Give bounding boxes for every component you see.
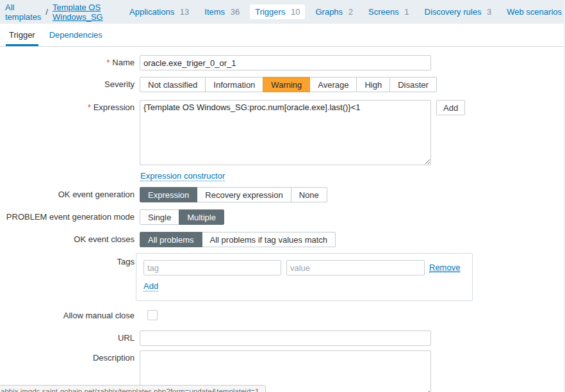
url-label: URL [0, 331, 135, 346]
ok-gen-recovery-expression-button[interactable]: Recovery expression [197, 187, 291, 202]
problem-mode-single-button[interactable]: Single [140, 209, 179, 225]
ok-event-closes-segmented-control: All problems All problems if tag values … [140, 232, 336, 247]
allow-manual-close-row: Allow manual close [0, 310, 158, 321]
severity-segmented-control: Not classified Information Warning Avera… [140, 77, 437, 92]
template-nav-bar: All templates / Template OS Windows_SG A… [0, 0, 565, 24]
tag-row: Remove [143, 260, 465, 275]
url-input[interactable] [140, 331, 431, 346]
allow-manual-close-label: Allow manual close [0, 310, 135, 321]
nav-item-screens[interactable]: Screens 1 [368, 7, 409, 17]
breadcrumb-separator: / [45, 7, 48, 17]
problem-mode-multiple-button[interactable]: Multiple [179, 209, 224, 225]
nav-item-triggers[interactable]: Triggers 10 [250, 4, 305, 19]
required-asterisk: * [106, 58, 110, 67]
severity-high-button[interactable]: High [356, 77, 390, 92]
trigger-tab-bar: Trigger Dependencies [0, 24, 565, 47]
closes-all-problems-button[interactable]: All problems [140, 232, 202, 247]
nav-item-graphs[interactable]: Graphs 2 [315, 7, 353, 17]
expression-textarea[interactable]: {Template OS Windows_SG:proc.num[oracle.… [140, 100, 431, 165]
nav-item-web-scenarios[interactable]: Web scenarios [507, 7, 565, 17]
expression-row: *Expression {Template OS Windows_SG:proc… [0, 100, 465, 165]
tag-value-input[interactable] [286, 260, 425, 275]
items-count: 36 [231, 7, 240, 17]
tag-remove-link[interactable]: Remove [429, 263, 460, 273]
allow-manual-close-checkbox[interactable] [147, 310, 158, 320]
problem-event-mode-segmented-control: Single Multiple [140, 209, 224, 225]
severity-label: Severity [0, 77, 135, 92]
tags-label: Tags [0, 257, 135, 266]
ok-event-closes-label: OK event closes [0, 232, 135, 247]
problem-event-mode-label: PROBLEM event generation mode [0, 209, 135, 225]
expression-label: *Expression [0, 100, 135, 115]
severity-not-classified-button[interactable]: Not classified [140, 77, 206, 92]
tab-trigger[interactable]: Trigger [6, 24, 38, 46]
expression-constructor-row: Expression constructor [140, 171, 225, 181]
name-label: *Name [0, 55, 135, 70]
ok-event-generation-segmented-control: Expression Recovery expression None [140, 187, 327, 202]
ok-event-closes-row: OK event closes All problems All problem… [0, 232, 336, 247]
tags-fieldset: Remove Add [136, 253, 473, 301]
tag-add-link[interactable]: Add [143, 281, 158, 291]
tab-dependencies[interactable]: Dependencies [46, 24, 106, 46]
browser-status-bar: abbix.imgdc.saint-gobain.net/zabbix/temp… [0, 385, 266, 392]
applications-count: 13 [180, 7, 189, 17]
breadcrumb-all-templates-link[interactable]: All templates [5, 3, 41, 22]
description-label: Description [0, 350, 135, 366]
zabbix-trigger-config-page: All templates / Template OS Windows_SG A… [0, 0, 565, 392]
severity-information-button[interactable]: Information [205, 77, 263, 92]
ok-gen-none-button[interactable]: None [291, 187, 327, 202]
url-row: URL [0, 331, 431, 346]
name-row: *Name [0, 55, 431, 70]
closes-all-problems-tag-match-button[interactable]: All problems if tag values match [202, 232, 336, 247]
expression-add-button[interactable]: Add [436, 100, 465, 115]
discovery-rules-count: 3 [487, 7, 491, 17]
graphs-count: 2 [348, 7, 353, 17]
expression-constructor-link[interactable]: Expression constructor [140, 171, 225, 181]
nav-item-items[interactable]: Items 36 [204, 7, 240, 17]
breadcrumb-template-link[interactable]: Template OS Windows_SG [53, 3, 114, 22]
nav-item-discovery-rules[interactable]: Discovery rules 3 [425, 7, 492, 17]
nav-item-applications[interactable]: Applications 13 [129, 7, 189, 17]
severity-disaster-button[interactable]: Disaster [389, 77, 437, 92]
severity-row: Severity Not classified Information Warn… [0, 77, 437, 92]
triggers-count: 10 [291, 7, 300, 17]
problem-event-mode-row: PROBLEM event generation mode Single Mul… [0, 209, 224, 225]
screens-count: 1 [404, 7, 409, 17]
severity-average-button[interactable]: Average [309, 77, 357, 92]
tag-name-input[interactable] [143, 260, 281, 275]
severity-warning-button[interactable]: Warning [263, 77, 310, 92]
ok-event-generation-row: OK event generation Expression Recovery … [0, 187, 327, 202]
required-asterisk: * [88, 102, 91, 112]
ok-gen-expression-button[interactable]: Expression [140, 187, 197, 202]
ok-event-generation-label: OK event generation [0, 187, 135, 202]
name-input[interactable] [140, 55, 431, 70]
status-url-text: abbix.imgdc.saint-gobain.net/zabbix/temp… [1, 388, 259, 392]
